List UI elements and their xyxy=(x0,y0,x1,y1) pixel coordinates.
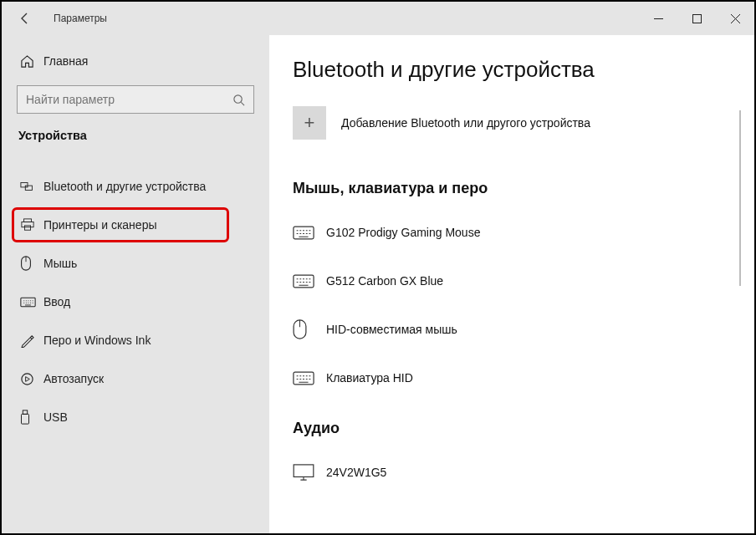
sidebar-item-label: Мышь xyxy=(43,257,77,270)
device-name: G102 Prodigy Gaming Mouse xyxy=(326,226,480,239)
svg-point-9 xyxy=(22,373,33,384)
svg-rect-15 xyxy=(294,372,314,385)
sidebar-item-label: Принтеры и сканеры xyxy=(43,218,156,232)
monitor-icon xyxy=(293,464,326,481)
minimize-button[interactable] xyxy=(639,2,677,35)
svg-rect-13 xyxy=(294,275,314,288)
sidebar-category: Устройства xyxy=(2,129,269,149)
section-title-mkp: Мышь, клавиатура и перо xyxy=(293,180,754,197)
svg-rect-6 xyxy=(24,226,30,230)
keyboard-icon xyxy=(293,371,326,385)
device-name: G512 Carbon GX Blue xyxy=(326,274,443,288)
sidebar-item-label: Автозапуск xyxy=(43,372,104,385)
svg-rect-10 xyxy=(23,410,27,415)
svg-rect-4 xyxy=(24,219,32,222)
back-button[interactable] xyxy=(18,12,49,25)
plus-icon: + xyxy=(293,106,326,140)
maximize-button[interactable] xyxy=(677,2,716,35)
svg-rect-2 xyxy=(21,183,28,187)
add-device-row[interactable]: + Добавление Bluetooth или другого устро… xyxy=(293,106,754,140)
search-icon xyxy=(232,94,245,106)
sidebar-item-usb[interactable]: USB xyxy=(2,398,269,436)
mouse-icon xyxy=(20,256,43,271)
svg-rect-12 xyxy=(294,227,314,239)
page-title: Bluetooth и другие устройства xyxy=(293,57,754,83)
device-item[interactable]: Клавиатура HID xyxy=(293,356,754,400)
device-item[interactable]: HID-совместимая мышь xyxy=(293,308,754,351)
svg-rect-0 xyxy=(692,14,701,23)
sidebar-home[interactable]: Главная xyxy=(2,45,269,77)
usb-icon xyxy=(20,410,43,425)
svg-point-1 xyxy=(234,94,242,102)
device-name: 24V2W1G5 xyxy=(326,466,386,479)
device-item[interactable]: G512 Carbon GX Blue xyxy=(293,259,754,303)
close-button[interactable] xyxy=(716,2,754,35)
section-title-audio: Аудио xyxy=(293,420,754,437)
svg-rect-5 xyxy=(22,222,33,227)
sidebar-item-typing[interactable]: Ввод xyxy=(2,283,269,321)
search-field[interactable] xyxy=(26,93,232,106)
sidebar: Главная Устройства Bluetooth и другие ус… xyxy=(2,35,269,533)
sidebar-item-label: Ввод xyxy=(43,295,70,308)
printer-icon xyxy=(20,218,43,232)
svg-rect-16 xyxy=(294,465,314,477)
sidebar-item-pen[interactable]: Перо и Windows Ink xyxy=(2,321,269,359)
device-name: HID-совместимая мышь xyxy=(326,323,457,336)
device-item[interactable]: G102 Prodigy Gaming Mouse xyxy=(293,211,754,254)
home-icon xyxy=(20,54,43,69)
window-title: Параметры xyxy=(54,13,107,24)
keyboard-icon xyxy=(293,274,326,288)
sidebar-item-label: Перо и Windows Ink xyxy=(43,334,151,347)
keyboard-icon xyxy=(20,297,43,308)
sidebar-item-label: USB xyxy=(43,410,68,424)
bluetooth-devices-icon xyxy=(20,180,43,193)
sidebar-item-label: Bluetooth и другие устройства xyxy=(43,180,206,193)
main-panel: Bluetooth и другие устройства + Добавлен… xyxy=(269,35,754,533)
device-item[interactable]: 24V2W1G5 xyxy=(293,451,754,494)
mouse-icon xyxy=(293,319,326,339)
search-input[interactable] xyxy=(17,85,254,114)
sidebar-item-autoplay[interactable]: Автозапуск xyxy=(2,359,269,398)
device-name: Клавиатура HID xyxy=(326,371,413,385)
sidebar-item-bluetooth[interactable]: Bluetooth и другие устройства xyxy=(2,167,269,206)
keyboard-icon xyxy=(293,226,326,240)
autoplay-icon xyxy=(20,372,43,386)
svg-rect-11 xyxy=(22,414,29,424)
sidebar-item-printers[interactable]: Принтеры и сканеры xyxy=(2,206,269,244)
titlebar: Параметры xyxy=(2,2,754,35)
sidebar-home-label: Главная xyxy=(43,54,88,68)
svg-rect-3 xyxy=(25,186,32,190)
add-device-label: Добавление Bluetooth или другого устройс… xyxy=(341,116,590,130)
scrollbar[interactable] xyxy=(739,110,741,286)
pen-icon xyxy=(20,334,43,348)
sidebar-item-mouse[interactable]: Мышь xyxy=(2,244,269,283)
